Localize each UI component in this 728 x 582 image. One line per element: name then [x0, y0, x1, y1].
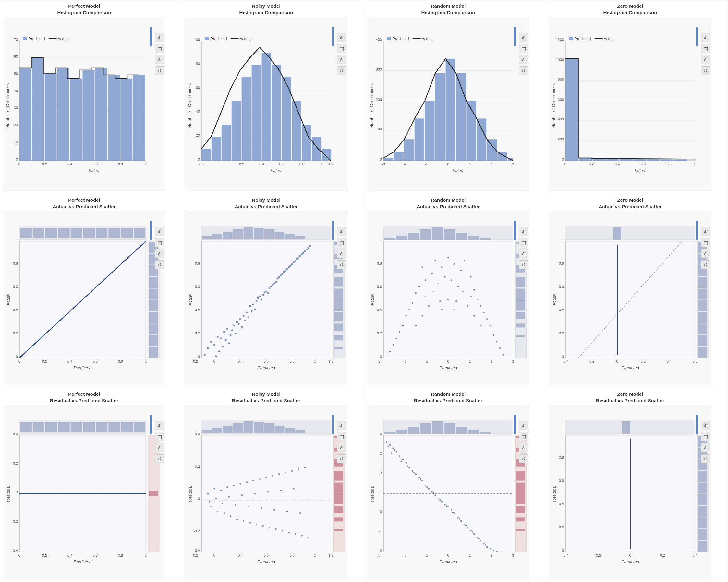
- link-button[interactable]: ⊗: [519, 443, 528, 452]
- reset-button[interactable]: ↺: [337, 454, 346, 463]
- pan-button[interactable]: ⊕: [155, 421, 164, 430]
- svg-point-469: [217, 511, 218, 512]
- reset-button[interactable]: ↺: [519, 454, 528, 463]
- svg-text:0: 0: [447, 553, 449, 557]
- svg-point-335: [409, 309, 410, 310]
- svg-rect-306: [516, 289, 525, 301]
- svg-point-354: [467, 305, 468, 307]
- pan-button[interactable]: ⊕: [701, 421, 710, 430]
- reset-button[interactable]: ↺: [519, 66, 528, 75]
- svg-text:2: 2: [490, 360, 492, 363]
- svg-rect-92: [415, 118, 424, 161]
- zoom-button[interactable]: ⬚: [701, 44, 710, 53]
- zoom-button[interactable]: ⬚: [519, 238, 528, 247]
- zoom-button[interactable]: ⬚: [155, 44, 164, 53]
- reset-button[interactable]: ↺: [701, 66, 710, 75]
- reset-button[interactable]: ↺: [155, 66, 164, 75]
- reset-button[interactable]: ↺: [701, 454, 710, 463]
- svg-point-480: [252, 480, 254, 481]
- zoom-button[interactable]: ⬚: [155, 432, 164, 441]
- svg-point-316: [454, 263, 456, 265]
- link-button[interactable]: ⊗: [519, 249, 528, 258]
- pan-button[interactable]: ⊕: [337, 33, 346, 42]
- zoom-button[interactable]: ⬚: [519, 432, 528, 441]
- svg-text:3: 3: [512, 162, 514, 166]
- zoom-button[interactable]: ⬚: [337, 238, 346, 247]
- link-button[interactable]: ⊗: [337, 55, 346, 64]
- zoom-button[interactable]: ⬚: [337, 44, 346, 53]
- reset-button[interactable]: ↺: [337, 260, 346, 269]
- svg-point-330: [476, 299, 478, 300]
- link-button[interactable]: ⊗: [701, 55, 710, 64]
- perfect-residual-svg: 0.4 0.2 0 -0.2 -0.4 Residual 0 0.2 0.4 0…: [3, 405, 165, 579]
- svg-point-555: [399, 455, 400, 457]
- reset-button[interactable]: ↺: [337, 66, 346, 75]
- pan-button[interactable]: ⊕: [155, 33, 164, 42]
- reset-button[interactable]: ↺: [155, 260, 164, 269]
- zoom-button[interactable]: ⬚: [519, 44, 528, 53]
- pan-button[interactable]: ⊕: [155, 227, 164, 236]
- svg-rect-61: [292, 101, 301, 161]
- reset-button[interactable]: ↺: [155, 454, 164, 463]
- svg-text:Actual: Actual: [240, 37, 251, 41]
- svg-text:1: 1: [145, 553, 147, 557]
- perfect-scatter-svg: 0 0.2 0.4 0.6 0.8 1 Actual 0 0.2 0.4 0.6…: [3, 211, 165, 385]
- link-button[interactable]: ⊗: [701, 249, 710, 258]
- pan-button[interactable]: ⊕: [337, 227, 346, 236]
- random-residual-title: Random ModelResidual vs Predicted Scatte…: [367, 391, 529, 403]
- svg-point-272: [286, 268, 288, 270]
- link-button[interactable]: ⊗: [155, 55, 164, 64]
- pan-button[interactable]: ⊕: [337, 421, 346, 430]
- zero-scatter-title: Zero ModelActual vs Predicted Scatter: [549, 197, 711, 210]
- svg-rect-387: [698, 312, 707, 323]
- svg-text:60: 60: [196, 86, 200, 89]
- svg-point-325: [425, 279, 426, 281]
- zoom-button[interactable]: ⬚: [701, 432, 710, 441]
- svg-point-565: [431, 491, 433, 493]
- link-button[interactable]: ⊗: [701, 443, 710, 452]
- svg-rect-631: [698, 541, 707, 552]
- svg-rect-22: [70, 79, 82, 161]
- svg-text:0.8: 0.8: [13, 262, 18, 265]
- svg-text:0.4: 0.4: [259, 162, 264, 166]
- zoom-button[interactable]: ⬚: [337, 432, 346, 441]
- svg-rect-155: [96, 229, 107, 238]
- svg-text:0.4: 0.4: [692, 553, 697, 557]
- pan-button[interactable]: ⊕: [701, 33, 710, 42]
- svg-rect-445: [233, 423, 243, 433]
- svg-point-554: [395, 451, 397, 452]
- zoom-button[interactable]: ⬚: [155, 238, 164, 247]
- perfect-scatter-toolbar: ⊕ ⬚ ⊗ ↺: [155, 227, 164, 269]
- pan-button[interactable]: ⊕: [519, 227, 528, 236]
- svg-point-326: [470, 276, 472, 278]
- svg-text:0.4: 0.4: [68, 162, 72, 166]
- link-button[interactable]: ⊗: [519, 55, 528, 64]
- noisy-histogram-area: Number of Occurrences Value 0 20 40 60 8…: [185, 17, 347, 191]
- svg-point-344: [499, 347, 501, 349]
- svg-point-264: [235, 333, 236, 335]
- svg-rect-166: [149, 312, 158, 323]
- perfect-residual-plot: 0.4 0.2 0 -0.2 -0.4 Residual 0 0.2 0.4 0…: [3, 405, 165, 579]
- svg-rect-208: [334, 335, 343, 340]
- link-button[interactable]: ⊗: [337, 249, 346, 258]
- svg-point-223: [236, 321, 238, 323]
- pan-button[interactable]: ⊕: [519, 421, 528, 430]
- random-histogram-toolbar: ⊕ ⬚ ⊗ ↺: [519, 33, 528, 75]
- link-button[interactable]: ⊗: [155, 249, 164, 258]
- svg-point-487: [275, 528, 277, 530]
- zero-histogram-area: Number of Occurrences Value 0 200 400 60…: [549, 17, 711, 191]
- reset-button[interactable]: ↺: [519, 260, 528, 269]
- pan-button[interactable]: ⊕: [519, 33, 528, 42]
- link-button[interactable]: ⊗: [155, 443, 164, 452]
- svg-point-505: [254, 493, 256, 495]
- zoom-button[interactable]: ⬚: [701, 238, 710, 247]
- svg-point-489: [282, 530, 283, 532]
- reset-button[interactable]: ↺: [701, 260, 710, 269]
- zero-histogram-plot: Number of Occurrences Value 0 200 400 60…: [549, 17, 711, 191]
- pan-button[interactable]: ⊕: [701, 227, 710, 236]
- svg-point-569: [444, 504, 446, 506]
- svg-point-215: [204, 353, 206, 355]
- link-button[interactable]: ⊗: [337, 443, 346, 452]
- svg-point-502: [235, 504, 236, 506]
- random-histogram-blue-bar: [514, 27, 516, 46]
